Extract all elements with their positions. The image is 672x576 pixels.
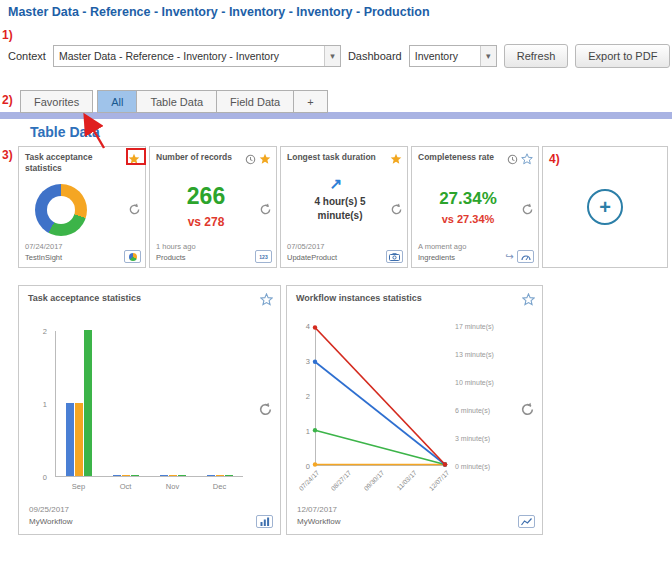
share-icon[interactable]: ↪ [506, 252, 514, 262]
annotation-star-box [126, 148, 146, 165]
duration-value: 4 hour(s) 5 minute(s) [303, 195, 377, 222]
refresh-button[interactable]: Refresh [504, 44, 569, 68]
dashboard-select[interactable]: Inventory ▾ [409, 45, 497, 67]
line-right-tick: 10 minute(s) [455, 379, 494, 386]
card-date: 07/24/2017 [25, 241, 63, 252]
favorite-star-outline-icon[interactable] [521, 153, 533, 165]
refresh-icon[interactable] [520, 402, 535, 417]
annotation-3: 3) [2, 148, 13, 162]
card-footer: 1 hours ago Products 123 [156, 241, 272, 264]
completeness-comparison: vs 27.34% [412, 213, 524, 225]
card-footer: A moment ago Ingredients ↪ [418, 241, 534, 264]
chevron-down-icon: ▾ [324, 46, 340, 66]
card-meta: 07/24/2017 TestInSight [25, 241, 63, 264]
card-header-icons [245, 153, 271, 165]
refresh-icon[interactable] [521, 203, 534, 216]
gauge-widget-icon[interactable] [517, 250, 534, 263]
history-clock-icon[interactable] [507, 154, 518, 165]
line-chart-widget-icon[interactable] [518, 515, 535, 528]
card-source: Products [156, 252, 196, 263]
add-widget-card[interactable]: + [542, 146, 668, 268]
annotation-4: 4) [549, 152, 560, 166]
card-source: MyWorkflow [297, 516, 340, 528]
bar-group [150, 331, 197, 476]
donut-chart [35, 184, 87, 236]
tab-bar: Favorites All Table Data Field Data + [20, 90, 328, 113]
card-meta: 09/25/2017 MyWorkflow [29, 504, 72, 528]
refresh-icon[interactable] [258, 402, 273, 417]
card-source: Ingredients [418, 252, 466, 263]
bar-chart-plot [55, 331, 243, 477]
history-clock-icon[interactable] [245, 154, 256, 165]
line-x-label: 12/07/17 [427, 469, 450, 492]
card-date: 09/25/2017 [29, 504, 72, 516]
tab-field-data[interactable]: Field Data [216, 90, 293, 113]
camera-widget-icon[interactable] [386, 250, 403, 263]
chart-cards-row: Task acceptance statistics 012 SepOctNov… [18, 285, 543, 535]
pie-widget-icon[interactable] [124, 250, 141, 263]
line-x-label: 07/24/17 [297, 469, 320, 492]
line-chart: 01234 17 minute(s)13 minute(s)10 minute(… [297, 326, 537, 498]
card-updated: A moment ago [418, 241, 466, 252]
bar-chart-card: Task acceptance statistics 012 SepOctNov… [18, 285, 281, 535]
line-left-tick: 1 [306, 427, 310, 436]
card-meta: 07/05/2017 UpdateProduct [287, 241, 337, 264]
number-widget-icon[interactable]: 123 [255, 250, 272, 263]
refresh-icon[interactable] [259, 203, 272, 216]
line-right-tick: 6 minute(s) [455, 407, 490, 414]
line-x-label: 08/27/17 [330, 469, 353, 492]
favorite-star-outline-icon[interactable] [522, 293, 535, 306]
card-header: Completeness rate [412, 147, 538, 165]
bar-group [103, 331, 150, 476]
card-footer: 12/07/2017 MyWorkflow [297, 504, 535, 528]
export-pdf-button[interactable]: Export to PDF [575, 44, 670, 68]
add-widget-plus-icon[interactable]: + [587, 189, 623, 225]
card-title: Workflow instances statistics [296, 293, 518, 303]
line-right-tick: 13 minute(s) [455, 351, 494, 358]
record-count-comparison: vs 278 [150, 215, 262, 229]
widget-cards-row: Task acceptance statistics 07/24/2017 Te… [18, 146, 668, 268]
bar [84, 330, 92, 476]
annotation-2: 2) [2, 93, 13, 107]
bar [160, 475, 168, 477]
card-header: Workflow instances statistics [287, 286, 542, 306]
bar-x-label: Oct [102, 482, 149, 491]
dashboard-label: Dashboard [348, 50, 402, 62]
bar-y-tick: 1 [43, 400, 47, 409]
line-left-tick: 0 [306, 462, 310, 471]
line-right-tick: 3 minute(s) [455, 435, 490, 442]
context-bar: Context Master Data - Reference - Invent… [8, 44, 670, 68]
favorite-star-icon[interactable] [259, 153, 271, 165]
page-title: Master Data - Reference - Inventory - In… [8, 5, 430, 19]
refresh-icon[interactable] [390, 203, 403, 216]
context-select[interactable]: Master Data - Reference - Inventory - In… [53, 45, 341, 67]
chevron-down-icon: ▾ [480, 46, 496, 66]
refresh-icon[interactable] [128, 203, 141, 216]
line-right-tick: 0 minute(s) [455, 463, 490, 470]
card-header: Task acceptance statistics [19, 286, 280, 306]
card-date: 12/07/2017 [297, 504, 340, 516]
card-title: Completeness rate [418, 152, 504, 163]
number-widget-glyph: 123 [259, 254, 267, 260]
favorite-star-icon[interactable] [390, 153, 402, 165]
bar [169, 475, 177, 477]
bar-y-tick: 0 [43, 473, 47, 482]
bar-chart-widget-icon[interactable] [256, 515, 273, 528]
line-chart-plot [315, 326, 445, 466]
favorite-star-outline-icon[interactable] [260, 293, 273, 306]
card-footer: 07/24/2017 TestInSight [25, 241, 141, 264]
bar [75, 403, 83, 476]
bar-x-label: Nov [149, 482, 196, 491]
card-source: TestInSight [25, 252, 63, 263]
bar-chart-y-axis: 012 [33, 331, 51, 477]
tab-table-data[interactable]: Table Data [136, 90, 216, 113]
card-source: UpdateProduct [287, 252, 337, 263]
tab-add[interactable]: + [293, 90, 327, 113]
card-footer: 07/05/2017 UpdateProduct [287, 241, 403, 264]
card-title: Task acceptance statistics [25, 152, 125, 173]
line-x-label: 09/30/17 [362, 469, 385, 492]
record-count-value: 266 [150, 183, 262, 210]
line-chart-left-axis: 01234 [297, 326, 313, 466]
line-left-tick: 4 [306, 322, 310, 331]
card-longest-task-duration: Longest task duration ↗ 4 hour(s) 5 minu… [280, 146, 408, 268]
